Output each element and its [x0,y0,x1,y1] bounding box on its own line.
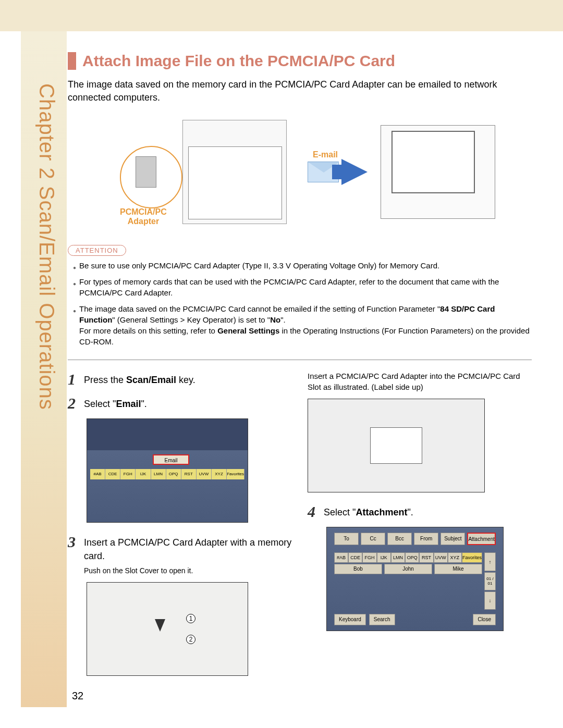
screenshot-email-select: Email #ABCDEFGHIJKLMNOPQRSTUVWXYZFavorit… [87,418,248,523]
intro-paragraph: The image data saved on the memory card … [68,78,532,104]
section-title: Attach Image File on the PCMCIA/PC Card [68,52,532,70]
scroll-buttons: ↑ 01 / 01 ↓ [484,552,496,610]
email-button-highlight: Email [153,454,189,465]
page-content: Attach Image File on the PCMCIA/PC Card … [68,52,532,686]
step-3-note: Push on the Slot Cover to open it. [84,566,292,576]
screenshot-slot-cover: 1 2 [87,582,248,676]
contact-names-row: BobJohnMike [334,564,482,574]
laptop-illustration [381,125,495,219]
attention-item-2: For types of memory cards that can be us… [73,276,532,298]
adapter-card-icon [136,156,156,188]
printer-illustration [182,120,287,224]
step-3b-note: Insert a PCMCIA/PC Card Adapter into the… [308,371,532,392]
attachment-tab-highlight: Attachment [467,533,496,545]
chapter-label: Chapter 2 Scan/Email Operations [27,83,58,410]
attention-block: ATTENTION Be sure to use only PCMCIA/PC … [68,245,532,360]
screenshot-attachment-select: To Cc Bcc From Subject Attachment #ABCDE… [326,527,504,631]
callout-1: 1 [186,614,195,623]
email-label: E-mail [313,150,338,159]
page-number: 32 [72,690,83,702]
alpha-tabs-row: #ABCDEFGHIJKLMNOPQRSTUVWXYZFavorites [90,469,244,479]
attention-item-1: Be sure to use only PCMCIA/PC Card Adapt… [73,260,532,271]
page-top-bar [0,0,563,31]
card-in-hand-icon [370,427,422,464]
screenshot-insert-card [308,399,485,492]
concept-diagram: PCMCIA/PC Adapter E-mail [68,115,532,235]
step-2: 2 Select "Email". [68,394,292,412]
bottom-buttons: Keyboard Search Close [334,614,496,625]
attention-badge: ATTENTION [68,245,126,256]
attention-item-3: The image data saved on the PCMCIA/PC Ca… [73,303,532,347]
scroll-up-icon: ↑ [484,552,496,571]
step-4: 4 Select "Attachment". [308,503,532,521]
email-field-tabs: To Cc Bcc From Subject Attachment [334,533,496,545]
alpha-tabs-row-2: #ABCDEFGHIJKLMNOPQRSTUVWXYZFavorites [334,552,482,563]
step-3: 3 Insert a PCMCIA/PC Card Adapter with a… [68,533,292,576]
scroll-down-icon: ↓ [484,591,496,610]
callout-2: 2 [186,635,195,644]
arrow-icon [341,159,368,185]
adapter-label: PCMCIA/PC Adapter [120,207,167,226]
step-1: 1 Press the Scan/Email key. [68,371,292,388]
down-arrow-icon [155,619,165,632]
